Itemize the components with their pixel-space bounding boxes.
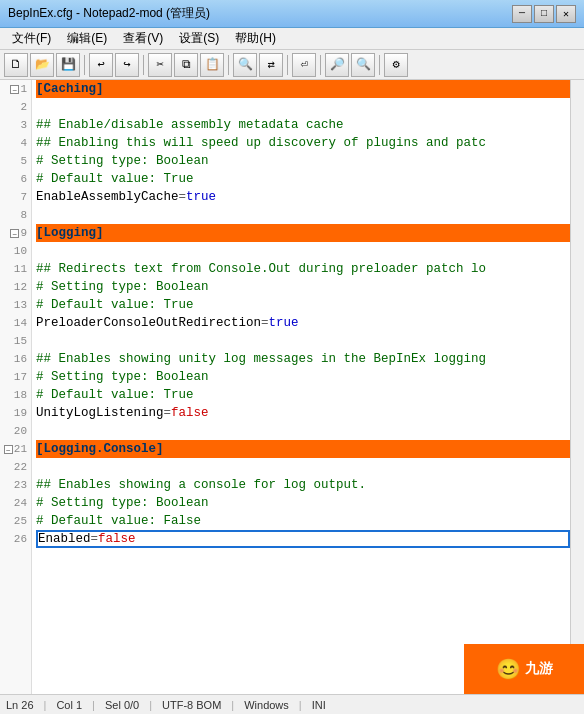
status-sel: Sel 0/0 [105, 699, 139, 711]
line-number-10: 10 [0, 242, 31, 260]
line-number-16: 16 [0, 350, 31, 368]
code-area[interactable]: [Caching]## Enable/disable assembly meta… [32, 80, 570, 694]
status-col: Col 1 [56, 699, 82, 711]
code-line-16: ## Enables showing unity log messages in… [36, 350, 570, 368]
code-line-6: # Default value: True [36, 170, 570, 188]
code-line-4: ## Enabling this will speed up discovery… [36, 134, 570, 152]
line-number-26: 26 [0, 530, 31, 548]
menu-settings[interactable]: 设置(S) [171, 28, 227, 49]
vertical-scrollbar[interactable] [570, 80, 584, 694]
save-button[interactable]: 💾 [56, 53, 80, 77]
code-line-5: # Setting type: Boolean [36, 152, 570, 170]
line-numbers: −12345678−91011121314151617181920−212223… [0, 80, 32, 694]
line-number-8: 8 [0, 206, 31, 224]
close-button[interactable]: ✕ [556, 5, 576, 23]
wordwrap-button[interactable]: ⏎ [292, 53, 316, 77]
line-number-25: 25 [0, 512, 31, 530]
toolbar-sep-3 [228, 55, 229, 75]
editor: −12345678−91011121314151617181920−212223… [0, 80, 584, 694]
code-line-13: # Default value: True [36, 296, 570, 314]
undo-button[interactable]: ↩ [89, 53, 113, 77]
status-encoding: UTF-8 BOM [162, 699, 221, 711]
title-bar-text: BepInEx.cfg - Notepad2-mod (管理员) [8, 5, 210, 22]
code-line-1: [Caching] [36, 80, 570, 98]
code-line-20 [36, 422, 570, 440]
code-line-19: UnityLogListening = false [36, 404, 570, 422]
line-number-1: −1 [0, 80, 31, 98]
toolbar-sep-5 [320, 55, 321, 75]
watermark-text: 九游 [525, 660, 553, 678]
line-number-17: 17 [0, 368, 31, 386]
redo-button[interactable]: ↪ [115, 53, 139, 77]
line-number-6: 6 [0, 170, 31, 188]
toolbar-sep-4 [287, 55, 288, 75]
line-number-5: 5 [0, 152, 31, 170]
menu-edit[interactable]: 编辑(E) [59, 28, 115, 49]
toolbar-sep-2 [143, 55, 144, 75]
fold-icon-1[interactable]: − [10, 85, 19, 94]
code-line-7: EnableAssemblyCache = true [36, 188, 570, 206]
paste-button[interactable]: 📋 [200, 53, 224, 77]
copy-button[interactable]: ⧉ [174, 53, 198, 77]
line-number-14: 14 [0, 314, 31, 332]
zoomout-button[interactable]: 🔍 [351, 53, 375, 77]
menu-bar: 文件(F) 编辑(E) 查看(V) 设置(S) 帮助(H) [0, 28, 584, 50]
code-line-23: ## Enables showing a console for log out… [36, 476, 570, 494]
code-line-2 [36, 98, 570, 116]
status-lineend: Windows [244, 699, 289, 711]
open-button[interactable]: 📂 [30, 53, 54, 77]
title-bar-buttons: ─ □ ✕ [512, 5, 576, 23]
line-number-7: 7 [0, 188, 31, 206]
line-number-23: 23 [0, 476, 31, 494]
zoomin-button[interactable]: 🔎 [325, 53, 349, 77]
code-line-25: # Default value: False [36, 512, 570, 530]
toolbar-sep-6 [379, 55, 380, 75]
replace-button[interactable]: ⇄ [259, 53, 283, 77]
code-line-18: # Default value: True [36, 386, 570, 404]
line-number-3: 3 [0, 116, 31, 134]
menu-help[interactable]: 帮助(H) [227, 28, 284, 49]
line-number-13: 13 [0, 296, 31, 314]
code-line-26: Enabled = false [36, 530, 570, 548]
line-number-18: 18 [0, 386, 31, 404]
line-number-24: 24 [0, 494, 31, 512]
line-number-19: 19 [0, 404, 31, 422]
code-line-21: [Logging.Console] [36, 440, 570, 458]
line-number-22: 22 [0, 458, 31, 476]
menu-view[interactable]: 查看(V) [115, 28, 171, 49]
line-number-4: 4 [0, 134, 31, 152]
fold-icon-21[interactable]: − [4, 445, 13, 454]
toolbar-sep-1 [84, 55, 85, 75]
code-line-15 [36, 332, 570, 350]
line-number-9: −9 [0, 224, 31, 242]
new-button[interactable]: 🗋 [4, 53, 28, 77]
find-button[interactable]: 🔍 [233, 53, 257, 77]
code-line-9: [Logging] [36, 224, 570, 242]
watermark: 😊 九游 [464, 644, 584, 694]
menu-file[interactable]: 文件(F) [4, 28, 59, 49]
maximize-button[interactable]: □ [534, 5, 554, 23]
code-line-24: # Setting type: Boolean [36, 494, 570, 512]
code-line-14: PreloaderConsoleOutRedirection = true [36, 314, 570, 332]
fold-icon-9[interactable]: − [10, 229, 19, 238]
toolbar: 🗋 📂 💾 ↩ ↪ ✂ ⧉ 📋 🔍 ⇄ ⏎ 🔎 🔍 ⚙ [0, 50, 584, 80]
code-line-8 [36, 206, 570, 224]
code-line-3: ## Enable/disable assembly metadata cach… [36, 116, 570, 134]
line-number-11: 11 [0, 260, 31, 278]
code-line-12: # Setting type: Boolean [36, 278, 570, 296]
line-number-12: 12 [0, 278, 31, 296]
code-line-10 [36, 242, 570, 260]
code-line-17: # Setting type: Boolean [36, 368, 570, 386]
line-number-15: 15 [0, 332, 31, 350]
status-bar: Ln 26 | Col 1 | Sel 0/0 | UTF-8 BOM | Wi… [0, 694, 584, 714]
status-lang: INI [312, 699, 326, 711]
title-bar: BepInEx.cfg - Notepad2-mod (管理员) ─ □ ✕ [0, 0, 584, 28]
watermark-icon: 😊 [496, 657, 521, 681]
line-number-20: 20 [0, 422, 31, 440]
line-number-2: 2 [0, 98, 31, 116]
settings-button[interactable]: ⚙ [384, 53, 408, 77]
cut-button[interactable]: ✂ [148, 53, 172, 77]
line-number-21: −21 [0, 440, 31, 458]
code-line-11: ## Redirects text from Console.Out durin… [36, 260, 570, 278]
minimize-button[interactable]: ─ [512, 5, 532, 23]
